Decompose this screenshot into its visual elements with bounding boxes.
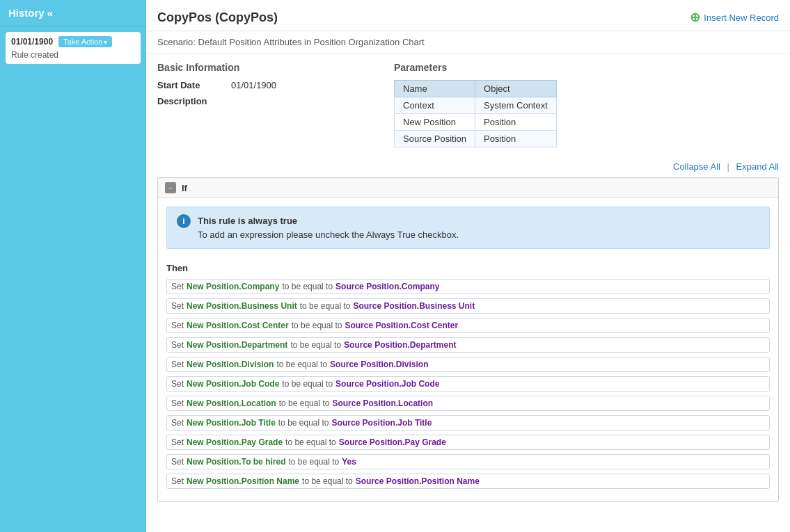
field-purple[interactable]: Source Position.Job Code — [335, 379, 439, 389]
sidebar-header: History « — [0, 0, 146, 26]
set-label: Set — [171, 398, 184, 408]
equal-text: to be equal to — [285, 437, 336, 447]
separator: | — [727, 161, 732, 172]
params-row: Source PositionPosition — [395, 131, 557, 147]
content-area: Basic Information Start Date 01/01/1900 … — [146, 54, 790, 517]
if-block: − If i This rule is always true To add a… — [157, 177, 779, 502]
field-purple[interactable]: Source Position.Business Unit — [353, 301, 475, 311]
field-green[interactable]: New Position.Job Title — [187, 418, 276, 428]
scenario-text: Scenario: Default Position Attributes in… — [146, 31, 790, 54]
basic-info-title: Basic Information — [157, 62, 366, 73]
always-true-line2: To add an expression please uncheck the … — [198, 228, 459, 242]
insert-new-record-link[interactable]: ⊕ Insert New Record — [690, 10, 779, 25]
set-label: Set — [171, 457, 184, 467]
actions-container: SetNew Position.Companyto be equal toSou… — [166, 279, 770, 489]
set-label: Set — [171, 301, 184, 311]
sidebar-rule-status: Rule created — [11, 50, 135, 60]
equal-text: to be equal to — [300, 301, 351, 311]
field-purple[interactable]: Source Position.Division — [330, 360, 428, 369]
equal-text: to be equal to — [276, 360, 327, 369]
equal-text: to be equal to — [278, 418, 329, 428]
action-row: SetNew Position.Pay Gradeto be equal toS… — [166, 435, 770, 450]
set-label: Set — [171, 379, 184, 389]
sidebar-date: 01/01/1900 — [11, 37, 53, 47]
set-label: Set — [171, 321, 184, 330]
equal-text: to be equal to — [290, 340, 341, 350]
field-purple[interactable]: Source Position.Department — [344, 340, 456, 350]
expand-all-link[interactable]: Expand All — [736, 161, 779, 172]
always-true-line1: This rule is always true — [198, 214, 459, 228]
params-row: ContextSystem Context — [395, 97, 557, 114]
collapse-all-link[interactable]: Collapse All — [673, 161, 720, 172]
field-yes[interactable]: Yes — [342, 457, 356, 467]
field-green[interactable]: New Position.Pay Grade — [187, 437, 283, 447]
equal-text: to be equal to — [292, 321, 342, 330]
if-collapse-button[interactable]: − — [165, 182, 176, 193]
set-label: Set — [171, 418, 184, 428]
action-row: SetNew Position.Departmentto be equal to… — [166, 337, 770, 353]
field-purple[interactable]: Source Position.Company — [335, 282, 439, 291]
action-row: SetNew Position.Divisionto be equal toSo… — [166, 357, 770, 372]
params-col-object: Object — [475, 81, 557, 97]
action-row: SetNew Position.Cost Centerto be equal t… — [166, 318, 770, 333]
parameters-table: Name Object ContextSystem ContextNew Pos… — [394, 80, 557, 147]
always-true-text: This rule is always true To add an expre… — [198, 214, 459, 241]
parameters-title: Parameters — [394, 62, 779, 73]
action-row: SetNew Position.To be hiredto be equal t… — [166, 454, 770, 469]
action-row: SetNew Position.Job Titleto be equal toS… — [166, 415, 770, 430]
params-row: New PositionPosition — [395, 114, 557, 131]
start-date-row: Start Date 01/01/1900 — [157, 80, 366, 90]
start-date-label: Start Date — [157, 80, 220, 90]
params-tbody: ContextSystem ContextNew PositionPositio… — [395, 97, 557, 147]
params-object-cell: Position — [475, 114, 557, 131]
then-block: Then SetNew Position.Companyto be equal … — [158, 257, 778, 501]
set-label: Set — [171, 476, 184, 486]
field-green[interactable]: New Position.Cost Center — [187, 321, 289, 330]
action-row: SetNew Position.Companyto be equal toSou… — [166, 279, 770, 294]
equal-text: to be equal to — [279, 398, 330, 408]
params-col-name: Name — [395, 81, 475, 97]
field-green[interactable]: New Position.Department — [187, 340, 287, 350]
field-purple[interactable]: Source Position.Location — [332, 398, 433, 408]
info-params-row: Basic Information Start Date 01/01/1900 … — [157, 62, 779, 147]
description-label: Description — [157, 96, 220, 106]
sidebar-entry: 01/01/1900 Take Action Rule created — [6, 32, 141, 64]
field-green[interactable]: New Position.Job Code — [187, 379, 279, 389]
always-true-box: i This rule is always true To add an exp… — [166, 207, 770, 249]
start-date-value: 01/01/1900 — [231, 80, 276, 90]
field-purple[interactable]: Source Position.Position Name — [356, 476, 480, 486]
field-green[interactable]: New Position.Position Name — [187, 476, 299, 486]
set-label: Set — [171, 437, 184, 447]
info-icon: i — [177, 214, 191, 228]
field-green[interactable]: New Position.Business Unit — [187, 301, 297, 311]
equal-text: to be equal to — [282, 379, 333, 389]
field-green[interactable]: New Position.Company — [187, 282, 279, 291]
topbar: CopyPos (CopyPos) ⊕ Insert New Record — [146, 0, 790, 31]
action-row: SetNew Position.Job Codeto be equal toSo… — [166, 376, 770, 392]
sidebar-date-row: 01/01/1900 Take Action — [11, 36, 135, 47]
take-action-button[interactable]: Take Action — [58, 36, 112, 47]
field-green[interactable]: New Position.Division — [187, 360, 274, 369]
if-label: If — [182, 183, 187, 193]
equal-text: to be equal to — [302, 476, 353, 486]
plus-icon: ⊕ — [690, 10, 700, 25]
collapse-expand-bar: Collapse All | Expand All — [157, 161, 779, 172]
equal-text: to be equal to — [288, 457, 339, 467]
action-row: SetNew Position.Locationto be equal toSo… — [166, 396, 770, 411]
equal-text: to be equal to — [282, 282, 333, 291]
parameters-section: Parameters Name Object ContextSystem Con… — [394, 62, 779, 147]
sidebar-title: History « — [8, 7, 53, 19]
basic-info-section: Basic Information Start Date 01/01/1900 … — [157, 62, 366, 147]
field-purple[interactable]: Source Position.Job Title — [332, 418, 432, 428]
then-label: Then — [166, 263, 770, 273]
set-label: Set — [171, 282, 184, 291]
action-row: SetNew Position.Business Unitto be equal… — [166, 298, 770, 314]
field-green[interactable]: New Position.Location — [187, 398, 276, 408]
field-green[interactable]: New Position.To be hired — [187, 457, 285, 467]
set-label: Set — [171, 340, 184, 350]
params-name-cell: Source Position — [395, 131, 475, 147]
params-object-cell: Position — [475, 131, 557, 147]
field-purple[interactable]: Source Position.Cost Center — [345, 321, 458, 330]
set-label: Set — [171, 360, 184, 369]
field-purple[interactable]: Source Position.Pay Grade — [339, 437, 446, 447]
